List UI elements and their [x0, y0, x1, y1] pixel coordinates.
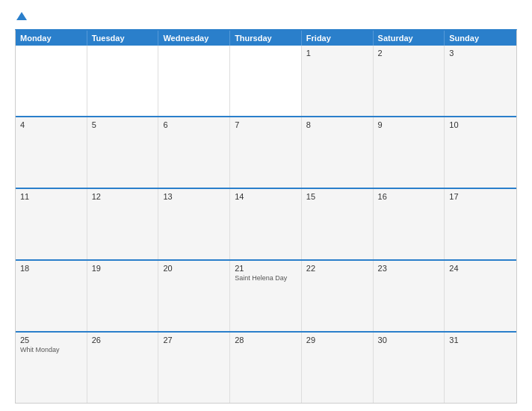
day-number: 8	[306, 120, 368, 129]
calendar-header-cell: Wednesday	[158, 31, 230, 46]
calendar-header-cell: Monday	[16, 31, 87, 46]
calendar-cell: 9	[374, 117, 445, 188]
calendar-cell: 3	[445, 46, 516, 116]
header	[15, 13, 517, 22]
day-number: 29	[306, 336, 368, 344]
calendar-header: MondayTuesdayWednesdayThursdayFridaySatu…	[16, 31, 516, 46]
calendar-cell: 12	[87, 189, 159, 259]
day-number: 12	[92, 192, 154, 201]
calendar-header-cell: Thursday	[230, 31, 302, 46]
day-number: 14	[235, 192, 297, 201]
calendar-cell	[230, 46, 302, 116]
day-number: 13	[163, 192, 225, 201]
calendar-cell: 26	[87, 333, 159, 403]
calendar-cell	[16, 46, 87, 116]
logo-triangle-icon	[16, 12, 27, 20]
day-number: 23	[378, 264, 440, 273]
calendar: MondayTuesdayWednesdayThursdayFridaySatu…	[15, 29, 517, 404]
day-number: 2	[378, 49, 440, 58]
calendar-cell: 13	[158, 189, 230, 259]
calendar-week: 25Whit Monday262728293031	[16, 333, 516, 403]
calendar-cell: 5	[87, 117, 159, 188]
day-number: 15	[306, 192, 368, 201]
calendar-cell: 1	[302, 46, 374, 116]
day-number: 18	[20, 264, 82, 273]
calendar-cell: 25Whit Monday	[16, 333, 87, 403]
calendar-cell: 2	[374, 46, 445, 116]
day-number: 5	[92, 120, 154, 129]
day-number: 4	[20, 120, 82, 129]
calendar-body: 123456789101112131415161718192021Saint H…	[16, 46, 516, 403]
day-number: 1	[306, 49, 368, 58]
calendar-cell: 21Saint Helena Day	[230, 261, 302, 331]
calendar-event: Saint Helena Day	[235, 274, 297, 282]
calendar-cell: 7	[230, 117, 302, 188]
calendar-cell: 31	[445, 333, 516, 403]
calendar-week: 123	[16, 46, 516, 117]
day-number: 11	[20, 192, 82, 201]
day-number: 9	[378, 120, 440, 129]
calendar-header-cell: Tuesday	[87, 31, 159, 46]
calendar-cell: 18	[16, 261, 87, 331]
day-number: 17	[449, 192, 512, 201]
day-number: 27	[163, 336, 225, 344]
day-number: 7	[235, 120, 297, 129]
calendar-header-cell: Saturday	[374, 31, 445, 46]
calendar-cell: 8	[302, 117, 374, 188]
day-number: 21	[235, 264, 297, 273]
calendar-cell	[158, 46, 230, 116]
calendar-cell: 30	[374, 333, 445, 403]
calendar-cell: 4	[16, 117, 87, 188]
calendar-cell: 14	[230, 189, 302, 259]
day-number: 28	[235, 336, 297, 344]
calendar-cell: 23	[374, 261, 445, 331]
calendar-week: 45678910	[16, 117, 516, 189]
day-number: 25	[20, 336, 82, 344]
calendar-week: 11121314151617	[16, 189, 516, 261]
day-number: 3	[449, 49, 512, 58]
page: MondayTuesdayWednesdayThursdayFridaySatu…	[0, 0, 532, 411]
calendar-cell: 6	[158, 117, 230, 188]
day-number: 16	[378, 192, 440, 201]
calendar-cell: 22	[302, 261, 374, 331]
logo	[15, 13, 27, 22]
day-number: 10	[449, 120, 512, 129]
day-number: 31	[449, 336, 512, 344]
calendar-header-cell: Sunday	[445, 31, 516, 46]
calendar-cell: 27	[158, 333, 230, 403]
calendar-event: Whit Monday	[20, 346, 82, 353]
day-number: 24	[449, 264, 512, 273]
day-number: 22	[306, 264, 368, 273]
calendar-header-cell: Friday	[302, 31, 374, 46]
calendar-cell: 28	[230, 333, 302, 403]
day-number: 20	[163, 264, 225, 273]
calendar-cell: 20	[158, 261, 230, 331]
day-number: 26	[92, 336, 154, 344]
day-number: 19	[92, 264, 154, 273]
calendar-cell: 29	[302, 333, 374, 403]
day-number: 30	[378, 336, 440, 344]
calendar-cell: 15	[302, 189, 374, 259]
calendar-cell: 16	[374, 189, 445, 259]
day-number: 6	[163, 120, 225, 129]
calendar-cell: 10	[445, 117, 516, 188]
calendar-cell: 11	[16, 189, 87, 259]
calendar-cell	[87, 46, 159, 116]
calendar-cell: 17	[445, 189, 516, 259]
calendar-week: 18192021Saint Helena Day222324	[16, 261, 516, 333]
calendar-cell: 24	[445, 261, 516, 331]
calendar-cell: 19	[87, 261, 159, 331]
